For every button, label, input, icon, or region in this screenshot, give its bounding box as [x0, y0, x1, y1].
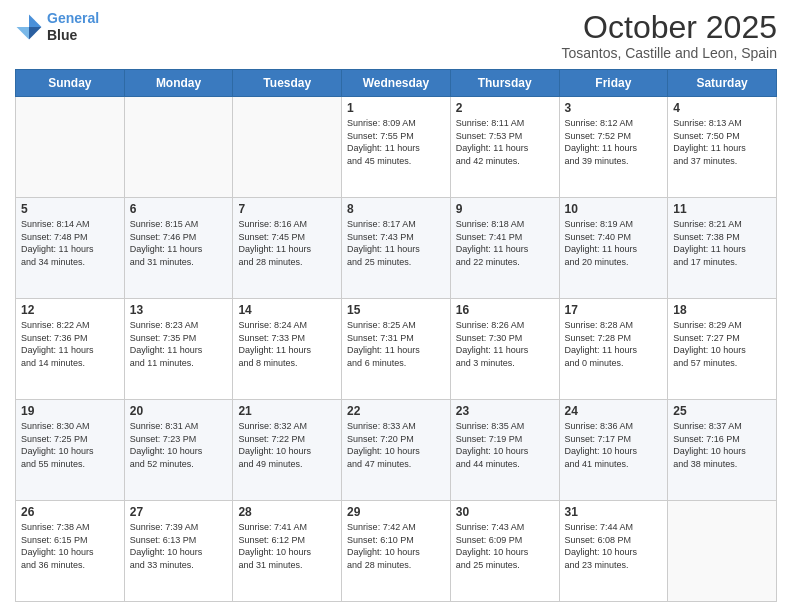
- day-info: Sunrise: 8:19 AM Sunset: 7:40 PM Dayligh…: [565, 218, 663, 268]
- day-cell: 19Sunrise: 8:30 AM Sunset: 7:25 PM Dayli…: [16, 400, 125, 501]
- day-number: 1: [347, 101, 445, 115]
- day-info: Sunrise: 8:12 AM Sunset: 7:52 PM Dayligh…: [565, 117, 663, 167]
- calendar-table: SundayMondayTuesdayWednesdayThursdayFrid…: [15, 69, 777, 602]
- day-number: 21: [238, 404, 336, 418]
- day-number: 13: [130, 303, 228, 317]
- day-number: 17: [565, 303, 663, 317]
- day-info: Sunrise: 8:26 AM Sunset: 7:30 PM Dayligh…: [456, 319, 554, 369]
- week-row-2: 5Sunrise: 8:14 AM Sunset: 7:48 PM Daylig…: [16, 198, 777, 299]
- day-info: Sunrise: 8:18 AM Sunset: 7:41 PM Dayligh…: [456, 218, 554, 268]
- day-cell: 6Sunrise: 8:15 AM Sunset: 7:46 PM Daylig…: [124, 198, 233, 299]
- week-row-1: 1Sunrise: 8:09 AM Sunset: 7:55 PM Daylig…: [16, 97, 777, 198]
- day-number: 12: [21, 303, 119, 317]
- logo-line1: General: [47, 10, 99, 26]
- day-cell: 18Sunrise: 8:29 AM Sunset: 7:27 PM Dayli…: [668, 299, 777, 400]
- day-number: 18: [673, 303, 771, 317]
- day-cell: 27Sunrise: 7:39 AM Sunset: 6:13 PM Dayli…: [124, 501, 233, 602]
- day-cell: 15Sunrise: 8:25 AM Sunset: 7:31 PM Dayli…: [342, 299, 451, 400]
- day-number: 7: [238, 202, 336, 216]
- day-cell: [233, 97, 342, 198]
- day-info: Sunrise: 7:41 AM Sunset: 6:12 PM Dayligh…: [238, 521, 336, 571]
- day-cell: 20Sunrise: 8:31 AM Sunset: 7:23 PM Dayli…: [124, 400, 233, 501]
- day-info: Sunrise: 8:36 AM Sunset: 7:17 PM Dayligh…: [565, 420, 663, 470]
- day-number: 8: [347, 202, 445, 216]
- weekday-header-monday: Monday: [124, 70, 233, 97]
- svg-marker-0: [29, 14, 41, 26]
- day-cell: 12Sunrise: 8:22 AM Sunset: 7:36 PM Dayli…: [16, 299, 125, 400]
- svg-marker-2: [17, 27, 29, 39]
- month-title: October 2025: [561, 10, 777, 45]
- day-number: 4: [673, 101, 771, 115]
- day-cell: 1Sunrise: 8:09 AM Sunset: 7:55 PM Daylig…: [342, 97, 451, 198]
- day-number: 2: [456, 101, 554, 115]
- day-cell: 11Sunrise: 8:21 AM Sunset: 7:38 PM Dayli…: [668, 198, 777, 299]
- day-number: 25: [673, 404, 771, 418]
- weekday-header-sunday: Sunday: [16, 70, 125, 97]
- weekday-header-tuesday: Tuesday: [233, 70, 342, 97]
- title-block: October 2025 Tosantos, Castille and Leon…: [561, 10, 777, 61]
- day-number: 31: [565, 505, 663, 519]
- day-info: Sunrise: 8:23 AM Sunset: 7:35 PM Dayligh…: [130, 319, 228, 369]
- day-cell: 13Sunrise: 8:23 AM Sunset: 7:35 PM Dayli…: [124, 299, 233, 400]
- day-info: Sunrise: 7:38 AM Sunset: 6:15 PM Dayligh…: [21, 521, 119, 571]
- day-number: 6: [130, 202, 228, 216]
- day-cell: 16Sunrise: 8:26 AM Sunset: 7:30 PM Dayli…: [450, 299, 559, 400]
- day-number: 5: [21, 202, 119, 216]
- day-info: Sunrise: 7:44 AM Sunset: 6:08 PM Dayligh…: [565, 521, 663, 571]
- logo-icon: [15, 13, 43, 41]
- day-cell: 31Sunrise: 7:44 AM Sunset: 6:08 PM Dayli…: [559, 501, 668, 602]
- day-info: Sunrise: 8:14 AM Sunset: 7:48 PM Dayligh…: [21, 218, 119, 268]
- day-cell: 4Sunrise: 8:13 AM Sunset: 7:50 PM Daylig…: [668, 97, 777, 198]
- day-cell: [16, 97, 125, 198]
- day-info: Sunrise: 8:13 AM Sunset: 7:50 PM Dayligh…: [673, 117, 771, 167]
- day-number: 24: [565, 404, 663, 418]
- day-number: 3: [565, 101, 663, 115]
- day-cell: 2Sunrise: 8:11 AM Sunset: 7:53 PM Daylig…: [450, 97, 559, 198]
- day-cell: 5Sunrise: 8:14 AM Sunset: 7:48 PM Daylig…: [16, 198, 125, 299]
- day-number: 27: [130, 505, 228, 519]
- day-cell: 14Sunrise: 8:24 AM Sunset: 7:33 PM Dayli…: [233, 299, 342, 400]
- day-info: Sunrise: 8:29 AM Sunset: 7:27 PM Dayligh…: [673, 319, 771, 369]
- day-cell: 8Sunrise: 8:17 AM Sunset: 7:43 PM Daylig…: [342, 198, 451, 299]
- day-cell: 26Sunrise: 7:38 AM Sunset: 6:15 PM Dayli…: [16, 501, 125, 602]
- day-info: Sunrise: 8:31 AM Sunset: 7:23 PM Dayligh…: [130, 420, 228, 470]
- day-info: Sunrise: 8:17 AM Sunset: 7:43 PM Dayligh…: [347, 218, 445, 268]
- logo-line2: Blue: [47, 27, 99, 44]
- day-info: Sunrise: 8:35 AM Sunset: 7:19 PM Dayligh…: [456, 420, 554, 470]
- day-number: 11: [673, 202, 771, 216]
- day-number: 14: [238, 303, 336, 317]
- day-info: Sunrise: 8:37 AM Sunset: 7:16 PM Dayligh…: [673, 420, 771, 470]
- day-info: Sunrise: 7:39 AM Sunset: 6:13 PM Dayligh…: [130, 521, 228, 571]
- day-info: Sunrise: 8:22 AM Sunset: 7:36 PM Dayligh…: [21, 319, 119, 369]
- weekday-header-friday: Friday: [559, 70, 668, 97]
- day-number: 30: [456, 505, 554, 519]
- day-number: 20: [130, 404, 228, 418]
- day-cell: 29Sunrise: 7:42 AM Sunset: 6:10 PM Dayli…: [342, 501, 451, 602]
- day-cell: 23Sunrise: 8:35 AM Sunset: 7:19 PM Dayli…: [450, 400, 559, 501]
- day-cell: 3Sunrise: 8:12 AM Sunset: 7:52 PM Daylig…: [559, 97, 668, 198]
- day-number: 28: [238, 505, 336, 519]
- day-info: Sunrise: 8:32 AM Sunset: 7:22 PM Dayligh…: [238, 420, 336, 470]
- day-cell: 10Sunrise: 8:19 AM Sunset: 7:40 PM Dayli…: [559, 198, 668, 299]
- day-info: Sunrise: 8:28 AM Sunset: 7:28 PM Dayligh…: [565, 319, 663, 369]
- day-cell: 25Sunrise: 8:37 AM Sunset: 7:16 PM Dayli…: [668, 400, 777, 501]
- day-number: 26: [21, 505, 119, 519]
- day-info: Sunrise: 7:42 AM Sunset: 6:10 PM Dayligh…: [347, 521, 445, 571]
- day-number: 23: [456, 404, 554, 418]
- page: General Blue October 2025 Tosantos, Cast…: [0, 0, 792, 612]
- day-cell: 30Sunrise: 7:43 AM Sunset: 6:09 PM Dayli…: [450, 501, 559, 602]
- day-number: 10: [565, 202, 663, 216]
- day-cell: [668, 501, 777, 602]
- day-cell: [124, 97, 233, 198]
- weekday-header-thursday: Thursday: [450, 70, 559, 97]
- week-row-5: 26Sunrise: 7:38 AM Sunset: 6:15 PM Dayli…: [16, 501, 777, 602]
- day-number: 16: [456, 303, 554, 317]
- logo-text: General Blue: [47, 10, 99, 44]
- day-info: Sunrise: 8:30 AM Sunset: 7:25 PM Dayligh…: [21, 420, 119, 470]
- location: Tosantos, Castille and Leon, Spain: [561, 45, 777, 61]
- day-cell: 21Sunrise: 8:32 AM Sunset: 7:22 PM Dayli…: [233, 400, 342, 501]
- day-info: Sunrise: 7:43 AM Sunset: 6:09 PM Dayligh…: [456, 521, 554, 571]
- day-number: 29: [347, 505, 445, 519]
- day-cell: 9Sunrise: 8:18 AM Sunset: 7:41 PM Daylig…: [450, 198, 559, 299]
- week-row-4: 19Sunrise: 8:30 AM Sunset: 7:25 PM Dayli…: [16, 400, 777, 501]
